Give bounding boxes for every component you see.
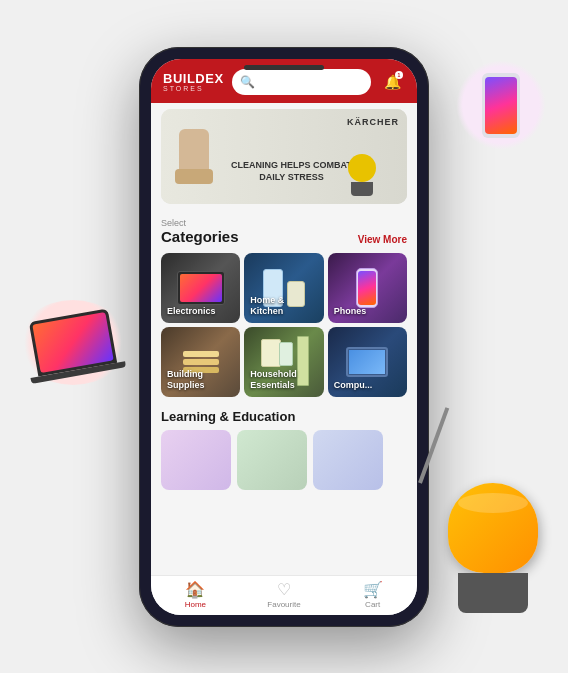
banner-brand: KÄRCHER: [347, 117, 399, 127]
category-building[interactable]: BuildingSupplies: [161, 327, 240, 397]
floating-vacuum: [428, 483, 558, 643]
phone-float-screen: [485, 77, 517, 134]
home-nav-label: Home: [185, 600, 206, 609]
categories-title-block: Select Categories: [161, 218, 239, 245]
cart-nav-label: Cart: [365, 600, 380, 609]
learning-title: Learning & Education: [161, 409, 407, 424]
electronics-laptop-img: [177, 271, 225, 305]
category-household[interactable]: HouseholdEssentials: [244, 327, 323, 397]
app-header: BUILDEX STORES 🔍 🔔 1: [151, 59, 417, 103]
cat-label-household: HouseholdEssentials: [250, 369, 317, 391]
category-electronics[interactable]: Electronics: [161, 253, 240, 323]
categories-section: Select Categories View More: [151, 210, 417, 401]
banner-text: CLEANING HELPS COMBAT DAILY STRESS: [231, 160, 352, 183]
select-label: Select: [161, 218, 239, 228]
category-phones[interactable]: Phones: [328, 253, 407, 323]
computers-img-group: [346, 347, 388, 377]
learning-card-3[interactable]: [313, 430, 383, 490]
cart-nav-icon: 🛒: [363, 582, 383, 598]
vacuum-body: [448, 483, 538, 573]
home-nav-icon: 🏠: [185, 582, 205, 598]
logo-area: BUILDEX STORES: [163, 72, 224, 92]
phone-img: [356, 268, 378, 308]
search-icon: 🔍: [240, 75, 255, 89]
nav-cart[interactable]: 🛒 Cart: [328, 576, 417, 615]
nav-favourite[interactable]: ♡ Favourite: [240, 576, 329, 615]
floating-phone: [456, 60, 546, 150]
category-computers[interactable]: Compu...: [328, 327, 407, 397]
learning-card-1[interactable]: [161, 430, 231, 490]
plank-1: [183, 351, 219, 357]
favourite-nav-label: Favourite: [267, 600, 300, 609]
monitor-screen: [349, 350, 385, 374]
laptop-screen-img: [180, 274, 222, 302]
banner-line1: CLEANING HELPS COMBAT: [231, 160, 352, 172]
phone-float-icon: [482, 73, 520, 138]
cat-label-phones: Phones: [334, 306, 401, 317]
cleaning-product: [279, 342, 293, 366]
banner-vac-base: [351, 182, 373, 196]
notification-badge: 1: [395, 71, 403, 79]
scroll-content[interactable]: CLEANING HELPS COMBAT DAILY STRESS KÄRCH…: [151, 103, 417, 575]
favourite-nav-icon: ♡: [277, 582, 291, 598]
learning-card-2[interactable]: [237, 430, 307, 490]
banner-vac-body: [348, 154, 376, 182]
notification-button[interactable]: 🔔 1: [379, 69, 405, 95]
laptop-icon: [29, 308, 117, 376]
bottom-navigation: 🏠 Home ♡ Favourite 🛒 Cart: [151, 575, 417, 615]
learning-section: Learning & Education: [151, 401, 417, 494]
phone-frame: BUILDEX STORES 🔍 🔔 1: [139, 47, 429, 627]
view-more-button[interactable]: View More: [358, 234, 407, 245]
search-bar[interactable]: 🔍: [232, 69, 371, 95]
chair-seat: [175, 169, 213, 184]
cat-label-electronics: Electronics: [167, 306, 234, 317]
learning-scroll[interactable]: [161, 430, 407, 490]
phone-screen: BUILDEX STORES 🔍 🔔 1: [151, 59, 417, 615]
app-logo-buildex: BUILDEX: [163, 72, 224, 85]
monitor-img: [346, 347, 388, 377]
laptop-screen: [32, 312, 113, 373]
phone-screen-img: [358, 271, 376, 305]
banner-line2: DAILY STRESS: [231, 172, 352, 184]
category-grid: Electronics Home &Kitchen: [161, 253, 407, 397]
promo-banner[interactable]: CLEANING HELPS COMBAT DAILY STRESS KÄRCH…: [161, 109, 407, 204]
banner-chair: [169, 124, 224, 204]
floating-laptop: [18, 300, 128, 385]
cat-label-building: BuildingSupplies: [167, 369, 234, 391]
app-logo-stores: STORES: [163, 85, 204, 92]
cat-label-home-kitchen: Home &Kitchen: [250, 295, 317, 317]
vacuum-base: [458, 573, 528, 613]
banner-vacuum: [342, 154, 382, 199]
nav-home[interactable]: 🏠 Home: [151, 576, 240, 615]
plank-2: [183, 359, 219, 365]
spray-bottle: [261, 339, 281, 367]
category-home-kitchen[interactable]: Home &Kitchen: [244, 253, 323, 323]
categories-header: Select Categories View More: [161, 218, 407, 245]
categories-title: Categories: [161, 228, 239, 245]
cat-label-computers: Compu...: [334, 380, 401, 391]
